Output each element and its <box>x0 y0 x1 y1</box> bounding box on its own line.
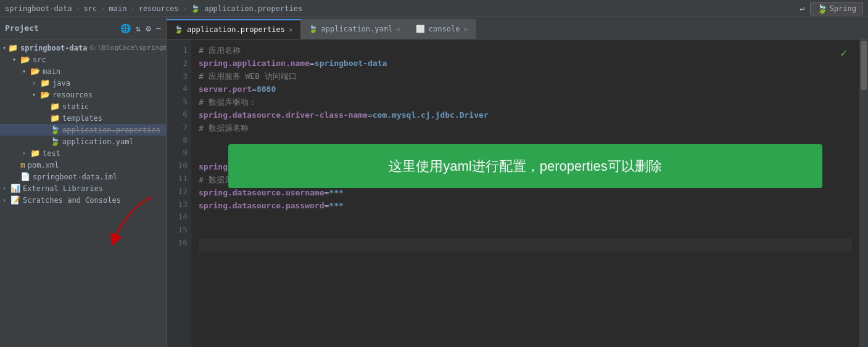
scrollbar-thumb[interactable] <box>861 41 867 90</box>
tree-item-root[interactable]: ▾ 📁 springboot-data G:\BlogCoce\springbo… <box>0 42 166 54</box>
tree-path-root: G:\BlogCoce\springboot-data <box>89 44 166 52</box>
tab-close-console[interactable]: ✕ <box>463 25 468 33</box>
folder-icon-root: 📁 <box>8 43 18 52</box>
globe-icon[interactable]: 🌐 <box>120 23 131 33</box>
folder-icon-resources: 📂 <box>40 90 50 99</box>
tab-application-yaml[interactable]: 🍃 application.yaml ✕ <box>301 19 408 39</box>
tree-label-java: java <box>52 79 70 88</box>
tree-label-iml: springboot-data.iml <box>33 173 117 181</box>
tree-item-application-yaml[interactable]: 🍃 application.yaml <box>0 136 166 147</box>
tree-item-external-libraries[interactable]: › 📊 External Libraries <box>0 182 166 194</box>
properties-icon: 🍃 <box>50 125 60 134</box>
breadcrumb-sep-4: › <box>183 4 187 13</box>
breadcrumb-resources[interactable]: resources <box>139 4 179 13</box>
tab-label-console: console <box>429 25 460 33</box>
tree-arrow-src: ▾ <box>12 56 19 63</box>
tree-arrow-ap <box>42 126 48 133</box>
iml-icon: 📄 <box>20 172 30 181</box>
tree-label-root: springboot-data <box>20 44 87 52</box>
folder-icon-static: 📁 <box>50 102 60 111</box>
tab-close-yaml[interactable]: ✕ <box>396 25 400 33</box>
breadcrumb-main[interactable]: main <box>109 4 127 13</box>
tree-arrow-resources: ▾ <box>32 91 38 98</box>
code-line-13: spring.datasource.password=*** <box>199 200 852 213</box>
tree-item-static[interactable]: 📁 static <box>0 100 166 112</box>
sidebar-tree: ▾ 📁 springboot-data G:\BlogCoce\springbo… <box>0 39 166 347</box>
code-line-3: # 应用服务 WEB 访问端口 <box>199 70 852 83</box>
tree-label-resources: resources <box>52 91 93 99</box>
breadcrumb-sep-1: › <box>75 4 80 13</box>
tree-arrow-scratches: › <box>2 197 9 203</box>
main-content: Project 🌐 ⇅ ⚙ − ▾ 📁 springboot-data G:\B… <box>0 17 868 347</box>
line-numbers: 1234567 8910111213 141516 <box>167 39 191 347</box>
scrollbar[interactable] <box>859 39 868 347</box>
scratches-icon: 📝 <box>10 195 20 205</box>
tab-label-yaml: application.yaml <box>321 25 393 33</box>
tree-arrow-root: ▾ <box>2 44 6 51</box>
breadcrumb-sep-2: › <box>101 4 105 13</box>
tree-item-scratches[interactable]: › 📝 Scratches and Consoles <box>0 194 166 206</box>
code-line-1: # 应用名称 <box>199 44 852 57</box>
ext-icon: 📊 <box>10 184 20 193</box>
tree-arrow-iml <box>12 173 19 180</box>
settings-icon[interactable]: ⚙ <box>146 23 151 33</box>
tree-label-pom: pom.xml <box>28 161 59 169</box>
tree-item-src[interactable]: ▾ 📂 src <box>0 54 166 65</box>
breadcrumb-file[interactable]: 🍃 application.properties <box>191 4 302 13</box>
code-line-15 <box>199 226 852 239</box>
code-line-14 <box>199 213 852 226</box>
breadcrumb-src[interactable]: src <box>84 4 97 13</box>
tab-bar: 🍃 application.properties ✕ 🍃 application… <box>167 17 868 39</box>
spring-icon: 🍃 <box>817 4 827 14</box>
checkmark-icon: ✓ <box>840 44 847 62</box>
sidebar: Project 🌐 ⇅ ⚙ − ▾ 📁 springboot-data G:\B… <box>0 17 167 347</box>
tree-item-resources[interactable]: ▾ 📂 resources <box>0 89 166 100</box>
code-line-5: # 数据库驱动： <box>199 96 852 109</box>
breadcrumb-sep-3: › <box>130 4 134 13</box>
editor-area: 🍃 application.properties ✕ 🍃 application… <box>167 17 868 347</box>
tree-label-scratches: Scratches and Consoles <box>23 196 121 205</box>
code-editor[interactable]: ✓ # 应用名称 spring.application.name=springb… <box>191 39 859 347</box>
folder-icon-src: 📂 <box>20 55 30 64</box>
tree-item-test[interactable]: › 📁 test <box>0 147 166 159</box>
breadcrumb-springboot-data[interactable]: springboot-data <box>5 4 72 13</box>
tab-application-properties[interactable]: 🍃 application.properties ✕ <box>167 19 301 39</box>
minimize-icon[interactable]: − <box>156 23 161 33</box>
tree-item-main[interactable]: ▾ 📂 main <box>0 65 166 77</box>
folder-icon-java: 📁 <box>40 78 50 88</box>
spring-button[interactable]: 🍃 Spring <box>810 2 863 15</box>
editor-content[interactable]: 1234567 8910111213 141516 ✓ # 应用名称 sprin… <box>167 39 868 347</box>
tab-icon-properties: 🍃 <box>174 25 183 34</box>
tree-item-templates[interactable]: 📁 templates <box>0 112 166 124</box>
folder-icon-templates: 📁 <box>50 113 60 123</box>
tree-label-main: main <box>43 67 60 76</box>
tree-arrow-pom <box>12 161 19 168</box>
tree-label-src: src <box>33 55 46 64</box>
tree-arrow-main: ▾ <box>22 68 28 75</box>
overlay-banner: 这里使用yaml进行配置，peroperties可以删除 <box>228 144 822 188</box>
code-line-2: spring.application.name=springboot-data <box>199 57 852 70</box>
tab-close-properties[interactable]: ✕ <box>289 26 293 34</box>
tree-arrow-templates <box>42 115 48 121</box>
tree-arrow-ay <box>42 138 48 145</box>
tree-item-iml[interactable]: 📄 springboot-data.iml <box>0 171 166 182</box>
tab-label-properties: application.properties <box>187 25 285 34</box>
tree-item-java[interactable]: › 📁 java <box>0 77 166 89</box>
navigate-back-icon[interactable]: ↩ <box>800 4 804 14</box>
tree-item-pom[interactable]: m pom.xml <box>0 159 166 171</box>
tab-console[interactable]: ⬜ console ✕ <box>408 19 476 39</box>
folder-icon-test: 📁 <box>30 149 40 158</box>
tree-label-external-libraries: External Libraries <box>23 184 103 193</box>
tree-arrow-java: › <box>32 80 38 86</box>
title-bar-actions: ↩ 🍃 Spring <box>800 2 863 15</box>
tree-item-application-properties[interactable]: 🍃 application.properties <box>0 124 166 136</box>
code-line-12: spring.datasource.username=*** <box>199 187 852 200</box>
tree-arrow-test: › <box>22 150 28 157</box>
tree-label-templates: templates <box>62 114 102 123</box>
tree-label-application-yaml: application.yaml <box>62 137 134 146</box>
collapse-icon[interactable]: ⇅ <box>136 23 141 33</box>
tree-arrow-static <box>42 103 48 110</box>
spring-button-label: Spring <box>830 4 856 13</box>
folder-icon-main: 📂 <box>30 67 40 76</box>
overlay-text: 这里使用yaml进行配置，peroperties可以删除 <box>389 158 662 174</box>
